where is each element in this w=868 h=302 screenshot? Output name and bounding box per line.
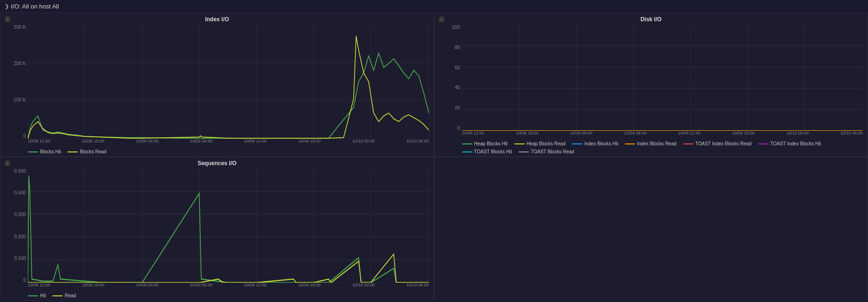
sequences-io-title: Sequences I/O [5,160,429,167]
legend-heap-blocks-read: Heap Blocks Read [514,141,566,146]
sequences-io-y-axis: 0.500 0.400 0.300 0.200 0.100 0 [5,168,28,283]
sequences-io-svg-container [28,168,429,283]
legend-line-index-read [625,143,635,144]
index-io-x-labels: 10/08 12:00 10/08 18:00 10/09 00:00 10/0… [28,139,429,148]
index-io-y-axis: 300 K 200 K 100 K 0 [5,25,28,139]
index-io-svg-container [28,25,429,139]
legend-blocks-read: Blocks Read [67,149,106,154]
legend-line-hit [28,295,38,296]
disk-io-svg [462,25,863,131]
index-io-panel: i Index I/O 300 K 200 K 100 K 0 [0,13,434,157]
legend-line-blocks-hit [28,151,38,152]
legend-line-heap-read [514,143,525,144]
legend-heap-blocks-hit: Heap Blocks Hit [462,141,508,146]
legend-line-toast-hit [462,151,472,152]
legend-toast-index-blocks-read: TOAST Index Blocks Read [683,141,752,146]
index-io-svg [28,25,429,139]
index-io-title: Index I/O [5,16,429,23]
info-icon-index[interactable]: i [4,16,11,23]
disk-io-svg-container [462,25,863,131]
legend-line-heap-hit [462,143,472,144]
legend-line-toast-read [519,151,529,152]
legend-toast-blocks-hit: TOAST Blocks Hit [462,149,512,154]
disk-io-x-labels: 10/08 12:00 10/08 18:00 10/09 00:00 10/0… [462,131,863,140]
page-title: I/O: All on host All [11,3,59,10]
legend-line-read [52,295,63,296]
sequences-io-panel: i Sequences I/O 0.500 0.400 0.300 0.200 … [0,157,434,301]
chevron-icon: ❯ [5,3,9,9]
disk-io-y-axis: 100 80 60 40 20 0 [439,25,462,131]
legend-toast-blocks-read: TOAST Blocks Read [519,149,574,154]
sequences-io-legend: Hit Read [5,292,429,298]
legend-index-blocks-read: Index Blocks Read [625,141,676,146]
disk-io-title: Disk I/O [439,16,863,23]
legend-line-blocks-read [67,151,78,152]
page-header: ❯ I/O: All on host All [0,0,868,13]
legend-read: Read [52,293,76,298]
sequences-io-x-labels: 10/08 12:00 10/08 18:00 10/09 00:00 10/0… [28,283,429,292]
legend-line-toast-index-read [683,143,694,144]
sequences-io-svg [28,168,429,283]
disk-io-legend: Heap Blocks Hit Heap Blocks Read Index B… [439,140,863,154]
empty-panel [434,157,868,301]
legend-line-toast-index-hit [758,143,769,144]
disk-io-chart-area: 100 80 60 40 20 0 [439,25,863,140]
legend-hit: Hit [28,293,46,298]
disk-io-panel: i Disk I/O 100 80 60 40 20 0 [434,13,868,157]
legend-index-blocks-hit: Index Blocks Hit [572,141,618,146]
legend-line-index-hit [572,143,582,144]
legend-blocks-hit: Blocks Hit [28,149,61,154]
main-grid: i Index I/O 300 K 200 K 100 K 0 [0,13,868,301]
index-io-chart-area: 300 K 200 K 100 K 0 [5,25,429,148]
legend-toast-index-blocks-hit: TOAST Index Blocks Hit [758,141,821,146]
sequences-io-chart-area: 0.500 0.400 0.300 0.200 0.100 0 [5,168,429,292]
info-icon-disk[interactable]: i [438,16,445,23]
info-icon-sequences[interactable]: i [4,160,11,167]
index-io-legend: Blocks Hit Blocks Read [5,148,429,154]
